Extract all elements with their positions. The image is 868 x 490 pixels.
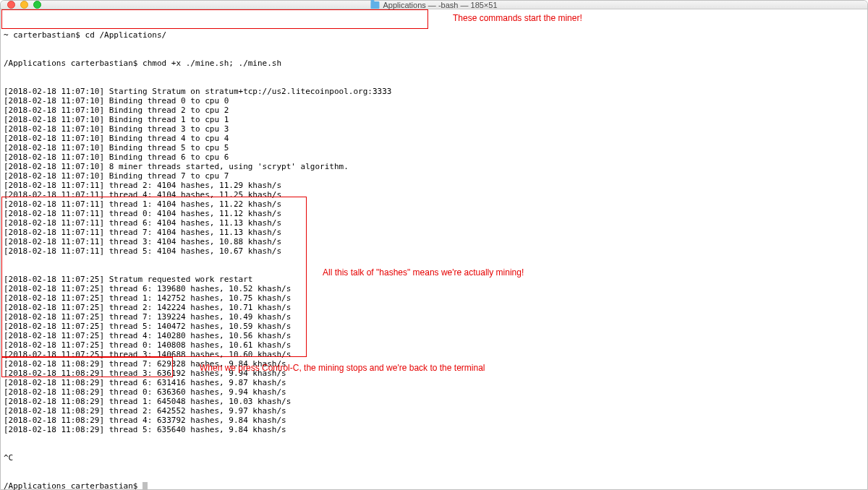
terminal-output-line: [2018-02-18 11:07:11] thread 6: 4104 has… [4,218,864,228]
window-titlebar[interactable]: Applications — -bash — 185×51 [1,1,867,9]
terminal-output-line: [2018-02-18 11:08:29] thread 1: 645048 h… [4,397,864,406]
output-block: [2018-02-18 11:07:25] Stratum requested … [4,275,864,434]
terminal-output-line: [2018-02-18 11:07:10] Binding thread 3 t… [4,124,864,134]
traffic-light-buttons [1,1,41,9]
terminal-window: Applications — -bash — 185×51 ~ carterba… [0,0,868,490]
prompt-line: /Applications carterbastian$ chmod +x ./… [4,59,864,68]
window-title-text: Applications — -bash — 185×51 [383,1,497,9]
terminal-output-line: [2018-02-18 11:07:25] thread 0: 140808 h… [4,340,864,350]
maximize-icon[interactable] [33,1,41,9]
terminal-output-line: [2018-02-18 11:07:10] Binding thread 6 t… [4,152,864,162]
terminal-output-line: [2018-02-18 11:08:29] thread 4: 633792 h… [4,416,864,425]
terminal-output-line: [2018-02-18 11:08:29] thread 2: 642552 h… [4,406,864,416]
folder-icon [370,1,379,9]
terminal-output-line: [2018-02-18 11:07:10] Binding thread 1 t… [4,115,864,124]
terminal-output-line: [2018-02-18 11:07:10] Binding thread 0 t… [4,96,864,106]
prompt-line: /Applications carterbastian$ [4,481,864,490]
terminal-output-line: [2018-02-18 11:07:11] thread 7: 4104 has… [4,228,864,237]
terminal-output-line: [2018-02-18 11:07:10] Binding thread 5 t… [4,143,864,152]
terminal-output-line: [2018-02-18 11:08:29] thread 6: 631416 h… [4,378,864,387]
terminal-body[interactable]: ~ carterbastian$ cd /Applications/ /Appl… [1,9,867,490]
terminal-output-line: [2018-02-18 11:08:29] thread 5: 635640 h… [4,425,864,434]
terminal-output-line: [2018-02-18 11:08:29] thread 0: 636360 h… [4,387,864,397]
terminal-output-line: [2018-02-18 11:07:25] thread 2: 142224 h… [4,303,864,312]
output-block: [2018-02-18 11:07:10] Starting Stratum o… [4,87,864,256]
terminal-output-line: [2018-02-18 11:07:10] Starting Stratum o… [4,87,864,96]
cursor-icon [142,482,148,490]
terminal-output-line: [2018-02-18 11:07:11] thread 3: 4104 has… [4,237,864,246]
window-title: Applications — -bash — 185×51 [370,1,497,9]
annotation-text: All this talk of "hashes" means we're ac… [323,268,524,278]
terminal-output-line: [2018-02-18 11:07:25] thread 7: 139224 h… [4,312,864,322]
annotation-box [1,9,428,29]
terminal-output-line: [2018-02-18 11:07:11] thread 2: 4104 has… [4,181,864,190]
terminal-output-line: [2018-02-18 11:07:25] thread 3: 140688 h… [4,350,864,359]
terminal-output-line: [2018-02-18 11:07:25] thread 5: 140472 h… [4,322,864,331]
terminal-output-line: [2018-02-18 11:07:11] thread 0: 4104 has… [4,209,864,218]
prompt-line: ~ carterbastian$ cd /Applications/ [4,30,864,40]
terminal-output-line: [2018-02-18 11:07:10] Binding thread 7 t… [4,171,864,181]
terminal-output-line: [2018-02-18 11:07:25] thread 4: 140280 h… [4,331,864,340]
terminal-output-line: [2018-02-18 11:07:11] thread 1: 4104 has… [4,199,864,209]
terminal-output-line: [2018-02-18 11:07:10] 8 miner threads st… [4,162,864,171]
ctrl-c-line: ^C [4,453,864,463]
annotation-text: These commands start the miner! [453,14,582,23]
annotation-text: When we press Control-C, the mining stop… [200,364,485,373]
terminal-output-line: [2018-02-18 11:07:11] thread 5: 4104 has… [4,246,864,256]
minimize-icon[interactable] [20,1,28,9]
terminal-output-line: [2018-02-18 11:07:10] Binding thread 4 t… [4,134,864,143]
terminal-output-line: [2018-02-18 11:07:25] thread 6: 139680 h… [4,284,864,293]
close-icon[interactable] [7,1,15,9]
terminal-output-line: [2018-02-18 11:07:25] thread 1: 142752 h… [4,293,864,303]
terminal-output-line: [2018-02-18 11:07:11] thread 4: 4104 has… [4,190,864,199]
terminal-output-line: [2018-02-18 11:07:10] Binding thread 2 t… [4,106,864,115]
